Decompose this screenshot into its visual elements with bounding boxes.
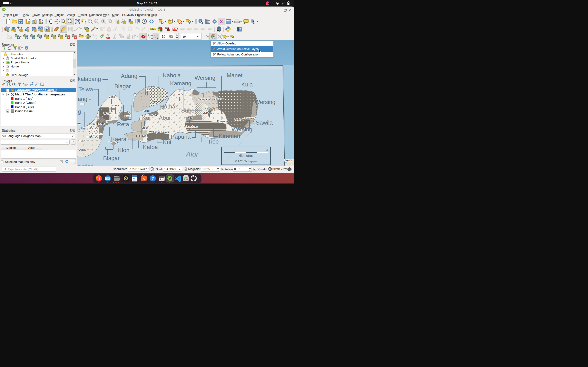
svg-text:px: px [183, 35, 186, 38]
svg-text:A: A [143, 177, 145, 181]
svg-text:i: i [26, 47, 27, 50]
svg-text:?: ? [151, 176, 154, 181]
svg-text:0: 0 [223, 148, 224, 152]
svg-text:© ACJ Schapper: © ACJ Schapper [234, 159, 257, 163]
svg-text:10: 10 [162, 35, 165, 38]
svg-text:kilometres: kilometres [239, 154, 254, 157]
svg-text:20: 20 [265, 148, 269, 152]
svg-text:ε: ε [23, 82, 24, 86]
